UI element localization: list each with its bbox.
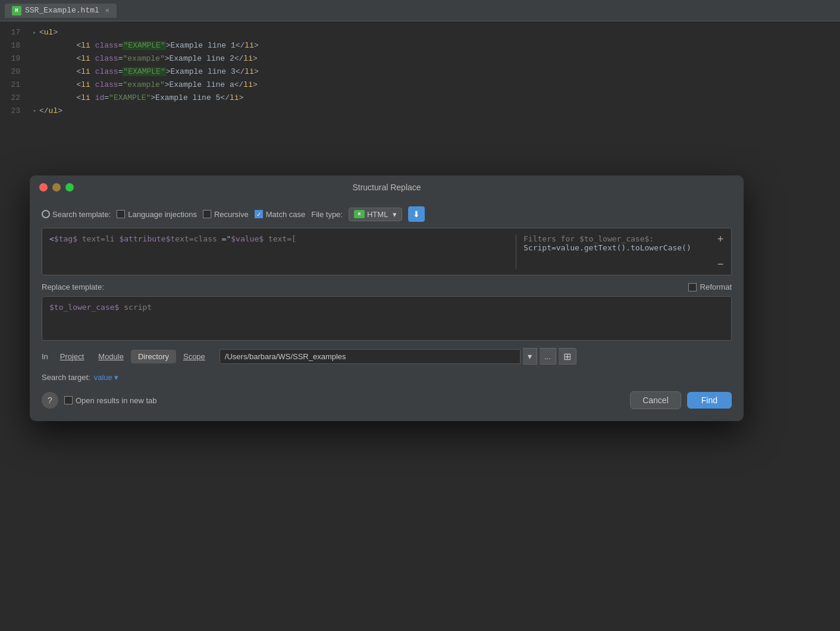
window-controls: [39, 183, 74, 192]
match-case-label: Match case: [266, 210, 305, 219]
dialog-body: Search template: Language injections Rec…: [30, 199, 744, 421]
close-window-btn[interactable]: [39, 183, 48, 192]
cancel-button[interactable]: Cancel: [630, 391, 681, 409]
code-line-21: 21 <li class="example">Example line a</l…: [0, 79, 840, 92]
open-results-checkbox[interactable]: [64, 396, 73, 404]
html-file-icon: H: [354, 210, 365, 218]
replace-var: $to_lower_case$: [49, 303, 119, 312]
file-type-value: HTML: [367, 210, 388, 219]
replace-template-label: Replace template:: [42, 282, 104, 291]
minimize-window-btn[interactable]: [52, 183, 61, 192]
search-target-chevron-icon: ▾: [114, 373, 118, 382]
language-injections-checkbox-label[interactable]: Language injections: [117, 210, 197, 219]
dialog-title: Structural Replace: [39, 183, 734, 192]
line-content: <li id="EXAMPLE">Example line 5</li>: [39, 92, 840, 105]
line-content: <ul>: [39, 26, 840, 39]
line-number: 19: [0, 52, 30, 65]
scope-label: In: [42, 352, 48, 361]
search-target-value-dropdown[interactable]: value ▾: [94, 373, 118, 382]
line-content: <li class="example">Example line a</li>: [39, 79, 840, 92]
replace-template-area[interactable]: $to_lower_case$ script: [42, 296, 732, 341]
filter-button[interactable]: ⬇: [408, 206, 425, 222]
search-template-area: <$tag$ text=li $attribute$text=class ="$…: [42, 228, 732, 275]
replace-script: script: [119, 303, 152, 312]
code-line-17: 17 ▸ <ul>: [0, 26, 840, 39]
toolbar-row: Search template: Language injections Rec…: [42, 206, 732, 222]
line-number: 22: [0, 92, 30, 105]
language-injections-checkbox[interactable]: [117, 210, 125, 218]
code-line-23: 23 ▾ </ul>: [0, 105, 840, 118]
replace-row: Replace template: Reformat: [42, 282, 732, 291]
filter-label: Filters for $to_lower_case$:: [524, 234, 724, 243]
find-button[interactable]: Find: [687, 392, 732, 409]
search-template-right: Filters for $to_lower_case$: Script=valu…: [516, 234, 724, 269]
search-target-value: value: [94, 373, 112, 382]
scope-project-btn[interactable]: Project: [53, 350, 91, 363]
recursive-checkbox[interactable]: [203, 210, 211, 218]
scope-scope-btn[interactable]: Scope: [176, 350, 212, 363]
help-icon: ?: [48, 395, 52, 405]
open-results-label: Open results in new tab: [76, 396, 157, 405]
file-type-dropdown[interactable]: H HTML ▾: [349, 208, 402, 221]
tab-file-icon: H: [12, 6, 21, 15]
code-line-19: 19 <li class="example">Example line 2</l…: [0, 52, 840, 65]
match-case-checkbox[interactable]: [255, 210, 263, 218]
directory-tree-btn[interactable]: ⊞: [559, 348, 576, 365]
tab-bar: H SSR_Example.html ✕: [0, 0, 840, 21]
filter-icon: ⬇: [413, 209, 420, 219]
open-results-checkbox-label[interactable]: Open results in new tab: [64, 396, 157, 405]
filter-script: Script=value.getText().toLowerCase(): [524, 243, 724, 252]
search-template-label: Search template:: [52, 210, 111, 219]
search-target-label: Search target:: [42, 373, 90, 382]
code-line-20: 20 <li class="EXAMPLE">Example line 3</l…: [0, 65, 840, 79]
directory-input-group: ▾ ... ⊞: [220, 348, 576, 365]
help-button[interactable]: ?: [42, 392, 58, 409]
search-template-content: <$tag$ text=li $attribute$text=class ="$…: [49, 234, 296, 243]
scope-directory-btn[interactable]: Directory: [131, 350, 176, 363]
add-filter-btn[interactable]: +: [714, 233, 726, 245]
line-number: 20: [0, 65, 30, 79]
reformat-checkbox-label[interactable]: Reformat: [688, 282, 732, 291]
code-line-18: 18 <li class="EXAMPLE">Example line 1</l…: [0, 39, 840, 52]
bottom-right: Cancel Find: [630, 391, 732, 409]
match-case-checkbox-label[interactable]: Match case: [255, 210, 305, 219]
bottom-left: ? Open results in new tab: [42, 392, 157, 409]
reformat-label-text: Reformat: [700, 282, 732, 291]
search-target-row: Search target: value ▾: [42, 373, 732, 382]
reformat-checkbox[interactable]: [688, 283, 697, 291]
recursive-checkbox-label[interactable]: Recursive: [203, 210, 249, 219]
line-number: 18: [0, 39, 30, 52]
file-type-label: File type:: [311, 210, 343, 219]
code-line-22: 22 <li id="EXAMPLE">Example line 5</li>: [0, 92, 840, 105]
line-content: <li class="example">Example line 2</li>: [39, 52, 840, 65]
bottom-row: ? Open results in new tab Cancel Find: [42, 391, 732, 409]
line-content: </ul>: [39, 105, 840, 118]
scope-module-btn[interactable]: Module: [91, 350, 131, 363]
line-number: 21: [0, 79, 30, 92]
tab-filename: SSR_Example.html: [25, 6, 99, 15]
search-template-left: <$tag$ text=li $attribute$text=class ="$…: [49, 234, 516, 269]
line-number: 17: [0, 26, 30, 39]
dialog-titlebar: Structural Replace: [30, 175, 744, 199]
code-editor: 17 ▸ <ul> 18 <li class="EXAMPLE">Example…: [0, 21, 840, 123]
language-injections-label: Language injections: [128, 210, 197, 219]
scope-row: In Project Module Directory Scope ▾ ... …: [42, 348, 732, 365]
directory-more-btn[interactable]: ...: [540, 348, 556, 365]
fold-icon-23[interactable]: ▾: [30, 105, 39, 118]
structural-replace-dialog: Structural Replace Search template: Lang…: [30, 175, 744, 421]
line-content: <li class="EXAMPLE">Example line 1</li>: [39, 39, 840, 52]
line-number: 23: [0, 105, 30, 118]
fold-icon[interactable]: ▸: [30, 26, 39, 39]
search-icon-label: Search template:: [42, 210, 111, 219]
tab-close-btn[interactable]: ✕: [105, 6, 109, 15]
directory-path-input[interactable]: [220, 349, 521, 364]
dropdown-chevron-icon: ▾: [393, 210, 397, 219]
remove-filter-btn[interactable]: −: [714, 258, 726, 270]
maximize-window-btn[interactable]: [65, 183, 74, 192]
tab-ssr-example[interactable]: H SSR_Example.html ✕: [5, 4, 117, 18]
recursive-label: Recursive: [214, 210, 249, 219]
search-icon: [42, 210, 50, 218]
line-content: <li class="EXAMPLE">Example line 3</li>: [39, 65, 840, 79]
directory-dropdown-btn[interactable]: ▾: [523, 348, 537, 365]
